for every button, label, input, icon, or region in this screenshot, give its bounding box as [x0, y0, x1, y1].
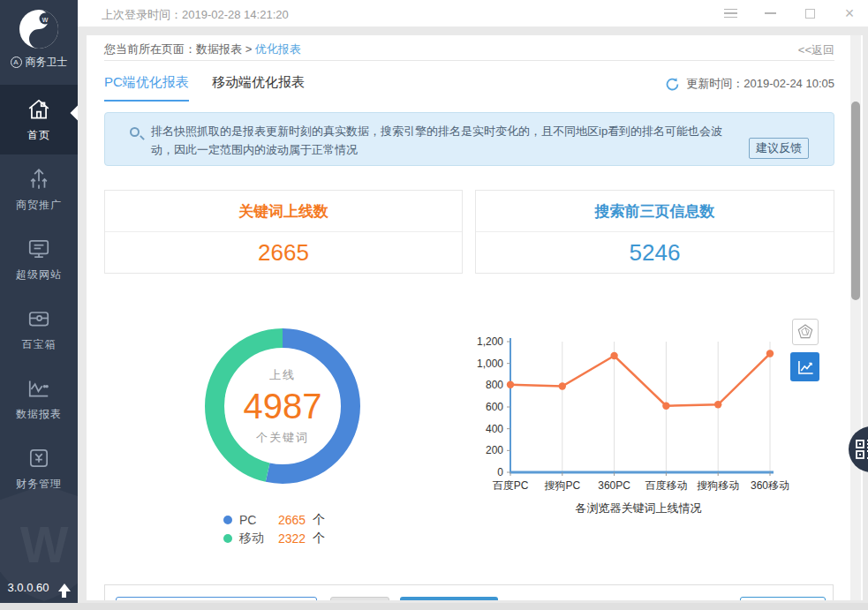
brand: A 商务卫士: [0, 55, 78, 70]
donut-center-value: 4987: [244, 387, 322, 426]
tab-pc-report[interactable]: PC端优化报表: [104, 74, 189, 102]
line-chart: 02004006008001,0001,200百度PC搜狗PC360PC百度移动…: [449, 335, 828, 525]
minimize-icon[interactable]: [763, 6, 777, 20]
donut-legend: PC2665个移动2322个: [223, 510, 325, 547]
donut-chart: 上线 4987 个关键词: [194, 318, 371, 494]
svg-text:600: 600: [486, 401, 503, 413]
donut-center-top: 上线: [269, 367, 296, 383]
breadcrumb-separator: >: [245, 42, 253, 56]
notice-text: 排名快照抓取的是报表更新时刻的真实数据，搜索引擎的排名是实时变化的，且不同地区i…: [151, 122, 742, 159]
svg-text:搜狗移动: 搜狗移动: [697, 479, 739, 492]
svg-text:w: w: [42, 15, 49, 24]
titlebar: 上次登录时间：2019-02-28 14:21:20 ×: [78, 0, 868, 26]
svg-text:百度移动: 百度移动: [645, 479, 687, 492]
sidebar-item-home[interactable]: 首页: [0, 85, 78, 154]
close-icon[interactable]: ×: [842, 6, 857, 20]
stat-title: 搜索前三页信息数: [476, 191, 834, 232]
refresh-icon[interactable]: [665, 77, 680, 92]
chart-type-line-button[interactable]: [790, 352, 819, 381]
notice-banner: 排名快照抓取的是报表更新时刻的真实数据，搜索引擎的排名是实时变化的，且不同地区i…: [104, 112, 834, 166]
sidebar-item-website[interactable]: 超级网站: [0, 224, 78, 294]
feedback-button[interactable]: 建议反馈: [749, 138, 809, 159]
svg-text:1,200: 1,200: [477, 335, 503, 348]
version-label: 3.0.0.60: [8, 581, 49, 594]
sidebar-item-label: 超级网站: [16, 267, 62, 282]
menu-icon[interactable]: [723, 6, 737, 20]
breadcrumb: 您当前所在页面：数据报表 > 优化报表: [104, 41, 301, 57]
svg-text:400: 400: [486, 423, 503, 435]
stat-value: 2665: [105, 232, 462, 274]
search-button[interactable]: [400, 597, 498, 600]
active-notch: [71, 106, 78, 121]
export-button[interactable]: [740, 597, 826, 600]
line-chart-title: 各浏览器关键词上线情况: [449, 501, 828, 516]
line-chart-icon: [796, 358, 815, 377]
svg-text:360PC: 360PC: [598, 479, 630, 492]
sidebar-item-label: 百宝箱: [22, 337, 57, 352]
divider: [104, 60, 834, 61]
app-logo-icon[interactable]: w: [18, 8, 60, 50]
brand-badge-icon: A: [11, 56, 22, 68]
chart-type-pie-button[interactable]: [792, 319, 819, 345]
sidebar-nav: 首页 商贸推广 超级网站: [0, 85, 78, 503]
bottom-section: [104, 584, 834, 600]
pie-chart-icon: [796, 322, 815, 342]
back-link[interactable]: <<返回: [798, 42, 834, 58]
scrollbar-thumb[interactable]: [851, 102, 860, 300]
stat-card-keywords-online: 关键词上线数 2665: [104, 190, 463, 274]
svg-text:800: 800: [486, 379, 503, 391]
breadcrumb-prefix: 您当前所在页面：数据报表: [104, 42, 242, 56]
sidebar-item-toolbox[interactable]: 百宝箱: [0, 294, 78, 364]
scrollbar: [850, 35, 861, 600]
svg-text:搜狗PC: 搜狗PC: [544, 479, 580, 492]
main-panel: 您当前所在页面：数据报表 > 优化报表 <<返回 PC端优化报表 移动端优化报表…: [87, 35, 863, 600]
donut-center-bottom: 个关键词: [256, 430, 309, 446]
sidebar-item-label: 数据报表: [16, 407, 62, 422]
website-icon: [30, 240, 48, 253]
stat-title: 关键词上线数: [105, 191, 462, 232]
sidebar: w A 商务卫士 首页 商贸推广: [0, 0, 78, 603]
legend-item[interactable]: 移动2322个: [223, 529, 325, 547]
stat-card-top3-info: 搜索前三页信息数 5246: [475, 190, 834, 274]
last-login-time: 上次登录时间：2019-02-28 14:21:20: [102, 7, 289, 23]
qr-code-icon: [855, 439, 868, 460]
svg-text:0: 0: [497, 466, 503, 478]
svg-text:360移动: 360移动: [751, 479, 789, 492]
svg-text:200: 200: [486, 444, 503, 456]
tab-mobile-report[interactable]: 移动端优化报表: [212, 74, 305, 100]
legend-item[interactable]: PC2665个: [223, 510, 325, 529]
sidebar-item-label: 首页: [27, 128, 50, 143]
desktop-strip: [0, 603, 868, 610]
svg-text:百度PC: 百度PC: [493, 479, 529, 492]
upgrade-arrow-icon[interactable]: [58, 584, 71, 591]
update-time: 更新时间：2019-02-24 10:05: [686, 76, 834, 92]
breadcrumb-current[interactable]: 优化报表: [255, 42, 301, 56]
stat-value: 5246: [476, 232, 834, 274]
search-icon: [130, 127, 140, 137]
sidebar-item-promotion[interactable]: 商贸推广: [0, 154, 78, 224]
svg-text:W: W: [20, 516, 69, 573]
maximize-icon[interactable]: [803, 6, 817, 20]
sidebar-item-label: 商贸推广: [16, 198, 62, 213]
brand-label: 商务卫士: [26, 55, 68, 70]
svg-text:1,000: 1,000: [477, 358, 503, 370]
search-input[interactable]: [116, 597, 317, 600]
sidebar-item-reports[interactable]: 数据报表: [0, 364, 78, 433]
reset-button[interactable]: [330, 597, 389, 600]
